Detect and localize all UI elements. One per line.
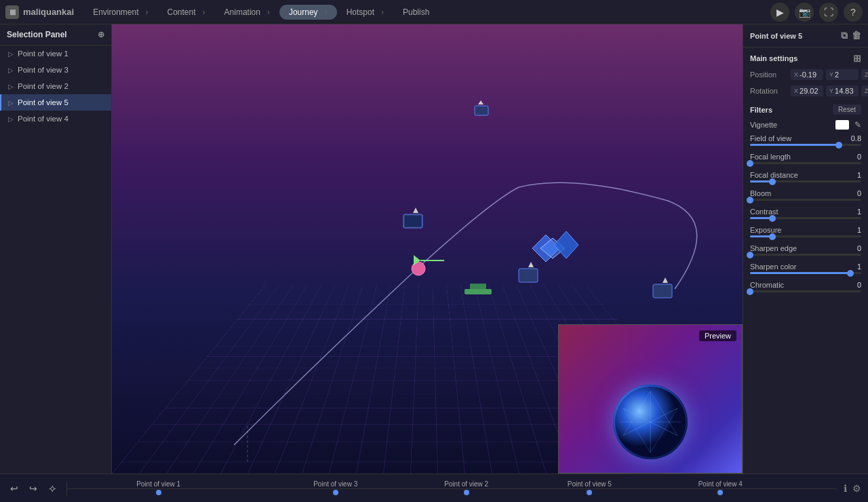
sidebar-item-pov5[interactable]: ▷ Point of view 5 [0,94,111,111]
timeline-keyframe[interactable]: Point of view 5 [568,480,612,495]
nav-steps: Environment›Content›Animation›Journey›Ho… [83,5,439,20]
panel-header: Point of view 5 ⧉ 🗑 [743,24,868,47]
app-logo: ▦ maliquankai [5,5,74,19]
filter-track-contrast[interactable] [750,217,861,219]
path-button[interactable]: ⟡ [45,481,60,496]
main-content: Selection Panel ⊕ ▷ Point of view 1▷ Poi… [0,24,868,474]
filters-header: Filters Reset [743,99,868,117]
vignette-edit-icon[interactable]: ✎ [854,120,861,130]
camera-button[interactable]: 📷 [795,3,814,22]
sidebar-item-pov2[interactable]: ▷ Point of view 2 [0,78,111,94]
vignette-label: Vignette [750,121,777,129]
nav-step-hotspot[interactable]: Hotspot› [337,5,393,20]
nav-step-content[interactable]: Content› [158,5,215,20]
timeline-info-icon[interactable]: ℹ [844,483,847,494]
nav-arrow-environment: › [146,7,149,17]
timeline-keyframe[interactable]: Point of view 3 [313,480,357,495]
filter-row-field_of_view: Field of view 0.8 [743,132,868,151]
timeline-keyframe[interactable]: Point of view 1 [136,480,180,495]
filter-thumb-sharpen_color[interactable] [847,270,854,277]
filter-track-bloom[interactable] [750,199,861,201]
viewport[interactable]: Preview [112,24,743,474]
filter-sliders: Field of view 0.8 Focal length 0 Focal d… [743,132,868,297]
timeline-keyframe[interactable]: Point of view 2 [444,480,488,495]
filter-track-exposure[interactable] [750,235,861,237]
sidebar-items: ▷ Point of view 1▷ Point of view 3▷ Poin… [0,45,111,127]
main-settings-label: Main settings [750,54,797,62]
copy-icon[interactable]: ⧉ [841,30,848,41]
filter-thumb-exposure[interactable] [769,233,776,240]
keyframe-label: Point of view 3 [313,480,357,488]
play-button[interactable]: ▶ [770,3,789,22]
pov-icon: ▷ [8,66,14,74]
sidebar-item-pov4[interactable]: ▷ Point of view 4 [0,111,111,127]
filter-value-focal_length: 0 [857,153,861,161]
topbar-right: ▶ 📷 ⛶ ? [770,3,863,22]
filter-thumb-focal_length[interactable] [747,160,753,167]
undo-button[interactable]: ↩ [7,481,22,496]
filter-thumb-sharpen_edge[interactable] [747,252,753,258]
filter-track-focal_length[interactable] [750,162,861,164]
keyframe-label: Point of view 5 [568,480,612,488]
app-name: maliquankai [23,7,74,17]
sidebar-item-label: Point of view 2 [18,82,68,90]
timeline-settings-icon[interactable]: ⚙ [852,483,861,494]
filter-track-chromatic[interactable] [750,290,861,292]
filter-thumb-chromatic[interactable] [747,288,753,295]
filter-row-sharpen_color: Sharpen color 1 [743,260,868,279]
filter-label-bloom: Bloom [750,189,771,197]
position-y[interactable]: Y 2 [826,69,859,80]
filter-thumb-contrast[interactable] [769,215,776,222]
nav-step-journey[interactable]: Journey› [279,5,337,20]
filter-thumb-focal_distance[interactable] [769,178,776,185]
vignette-row: Vignette ✎ [743,117,868,132]
rotation-x[interactable]: X 29.02 [791,85,823,96]
delete-icon[interactable]: 🗑 [852,30,861,41]
sidebar-item-label: Point of view 4 [18,115,68,123]
filter-row-contrast: Contrast 1 [743,206,868,224]
vignette-swatch[interactable] [835,120,849,130]
keyframe-dot [464,490,469,495]
reset-button[interactable]: Reset [833,104,861,115]
svg-rect-15 [475,106,488,115]
fullscreen-button[interactable]: ⛶ [819,3,838,22]
filter-thumb-field_of_view[interactable] [835,142,842,149]
keyframe-label: Point of view 4 [698,480,743,488]
filter-value-exposure: 1 [857,226,861,234]
filter-track-field_of_view[interactable] [750,144,861,146]
position-label: Position [750,71,788,79]
position-x[interactable]: X -0.19 [791,69,823,80]
sidebar-item-pov3[interactable]: ▷ Point of view 3 [0,62,111,78]
filter-row-focal_length: Focal length 0 [743,151,868,169]
filter-track-focal_distance[interactable] [750,180,861,182]
panel-header-icons: ⧉ 🗑 [841,30,861,41]
nav-step-animation[interactable]: Animation› [215,5,279,20]
nav-arrow-animation: › [267,7,270,17]
sidebar-item-pov1[interactable]: ▷ Point of view 1 [0,45,111,62]
position-z[interactable]: Z -3.83 [861,69,868,80]
filter-track-sharpen_edge[interactable] [750,254,861,256]
timeline-keyframe[interactable]: Point of view 4 [698,480,743,495]
filter-value-sharpen_color: 1 [857,263,861,271]
filter-thumb-bloom[interactable] [747,197,753,204]
redo-button[interactable]: ↪ [26,481,41,496]
filter-row-focal_distance: Focal distance 1 [743,169,868,187]
svg-marker-10 [532,235,559,262]
expand-icon[interactable]: ⊞ [853,53,861,64]
svg-rect-3 [653,284,672,298]
svg-rect-1 [405,216,421,227]
timeline: ↩ ↪ ⟡ Point of view 1 Point of view 3 Po… [0,474,868,502]
filter-label-focal_distance: Focal distance [750,171,798,179]
filter-row-chromatic: Chromatic 0 [743,279,868,297]
nav-step-publish[interactable]: Publish [393,5,439,20]
rotation-z[interactable]: Z -6.91 [861,85,868,96]
rotation-row: Rotation X 29.02 Y 14.83 Z -6.91 [743,83,868,99]
nav-step-environment[interactable]: Environment› [83,5,157,20]
preview-box: Preview [558,324,743,474]
help-button[interactable]: ? [844,3,863,22]
rotation-y[interactable]: Y 14.83 [826,85,859,96]
keyframe-dot [717,490,723,495]
sidebar-add-icon[interactable]: ⊕ [98,30,104,39]
preview-label: Preview [699,330,736,341]
filter-track-sharpen_color[interactable] [750,272,861,274]
